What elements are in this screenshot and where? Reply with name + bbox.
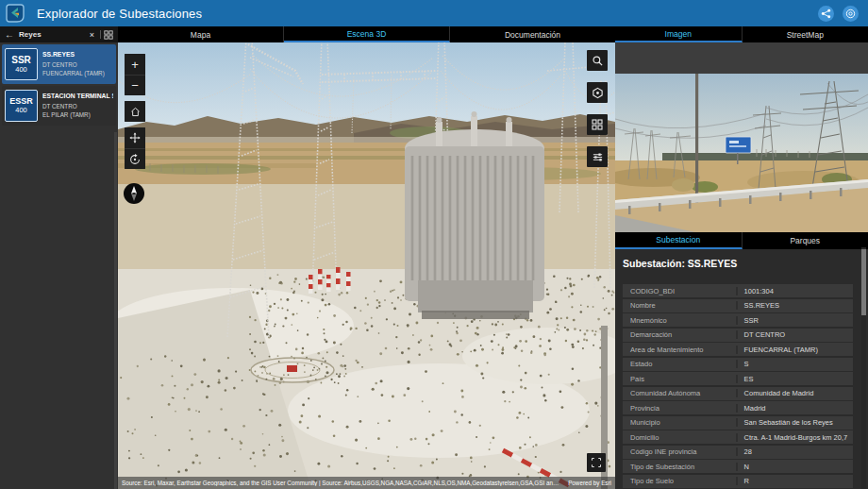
pan-button[interactable]	[125, 127, 145, 148]
badge-voltage: 400	[15, 65, 27, 74]
tab-escena-3d[interactable]: Escena 3D	[284, 26, 450, 42]
layers-icon	[592, 87, 604, 99]
circle-pad	[251, 358, 334, 382]
divider	[100, 30, 101, 39]
sidebar-scrollbar[interactable]	[114, 132, 117, 489]
ide-logo-icon	[5, 3, 25, 24]
item-name: SS.REYES	[42, 50, 113, 59]
scene-3d-canvas[interactable]	[118, 42, 615, 489]
field-label: Tipo de Subestación	[623, 463, 736, 471]
fullscreen-button[interactable]	[587, 453, 606, 472]
scrollbar-thumb[interactable]	[861, 249, 866, 315]
field-label: Provincia	[623, 404, 736, 413]
substation-details: Subestación: SS.REYES CODIGO_BDI1001:304…	[615, 249, 868, 489]
field-row: Comunidad AutónomaComunidad de Madrid	[623, 387, 853, 400]
zoom-in-button[interactable]: +	[125, 54, 145, 75]
details-scrollbar[interactable]	[861, 247, 866, 489]
field-row: NombreSS.REYES	[623, 299, 853, 312]
field-row: EstadoS	[623, 358, 853, 371]
search-button[interactable]	[587, 50, 608, 71]
map-attribution: Source: Esri, Maxar, Earthstar Geographi…	[118, 477, 615, 489]
home-icon	[129, 106, 142, 118]
layers-button[interactable]	[587, 82, 608, 103]
rotate-button[interactable]	[125, 148, 145, 169]
field-value: 1001:304	[736, 287, 853, 295]
detail-tabs: Subestacion Parques	[615, 232, 868, 249]
tab-documentacion[interactable]: Documentación	[450, 26, 615, 42]
result-item-terminal-san[interactable]: ESSR 400 ESTACION TERMINAL SAN DT CENTRO…	[2, 86, 116, 126]
field-row: Tipo de SueloR	[623, 475, 853, 488]
field-value: Madrid	[736, 404, 853, 413]
rotate-icon	[128, 153, 142, 166]
fields-table: CODIGO_BDI1001:304NombreSS.REYESMnemónic…	[623, 284, 853, 489]
item-demarcation: DT CENTRO	[42, 60, 113, 69]
fullscreen-icon	[591, 457, 602, 468]
field-label: CODIGO_BDI	[623, 287, 736, 295]
field-value: San Sebastián de los Reyes	[736, 418, 853, 427]
field-value: Ctra. A-1 Madrid-Burgos km 20,7	[736, 433, 853, 442]
compass-icon	[123, 182, 145, 205]
home-button[interactable]	[125, 101, 145, 122]
clear-search-button[interactable]: ×	[87, 30, 97, 40]
field-row: Area de MantenimientoFUENCARRAL (TAMR)	[623, 343, 853, 356]
zoom-out-button[interactable]: −	[125, 75, 145, 95]
tab-mapa[interactable]: Mapa	[118, 26, 284, 42]
field-row: PaísES	[623, 372, 853, 385]
field-label: Area de Mantenimiento	[623, 346, 736, 354]
item-demarcation: DT CENTRO	[42, 102, 113, 110]
info-panel: Imagen StreetMap	[615, 26, 868, 489]
field-row: ProvinciaMadrid	[623, 401, 853, 414]
field-row: Código INE provincia28	[623, 446, 853, 459]
street-photo	[615, 74, 868, 232]
item-name: ESTACION TERMINAL SAN	[42, 92, 113, 101]
field-label: Nombre	[623, 301, 736, 310]
field-label: Código INE provincia	[623, 447, 736, 456]
share-button[interactable]	[818, 6, 834, 22]
field-value: Comunidad de Madrid	[736, 389, 853, 397]
search-term-label: Reyes	[19, 30, 87, 39]
legend-button[interactable]	[587, 146, 608, 167]
grid-view-button[interactable]	[104, 30, 113, 40]
results-list: SSR 400 SS.REYES DT CENTRO FUENCARRAL (T…	[0, 42, 118, 129]
field-label: Comunidad Autónoma	[623, 389, 736, 397]
item-area: EL PILAR (TAMR)	[42, 110, 113, 119]
field-row: MnemónicoSSR	[623, 313, 853, 327]
pan-icon	[128, 131, 142, 144]
tab-imagen[interactable]: Imagen	[615, 26, 743, 42]
app-window: Explorador de Subestaciones ← Reyes ×	[0, 0, 868, 489]
result-item-ssreyes[interactable]: SSR 400 SS.REYES DT CENTRO FUENCARRAL (T…	[2, 44, 116, 84]
field-value: DT CENTRO	[736, 330, 853, 339]
item-area: FUENCARRAL (TAMR)	[42, 69, 113, 77]
tab-subestacion[interactable]: Subestacion	[615, 232, 743, 249]
field-row: DemarcaciónDT CENTRO	[623, 329, 853, 342]
search-icon	[592, 55, 604, 67]
compass-button[interactable]	[123, 182, 145, 205]
field-row: CODIGO_BDI1001:304	[623, 284, 853, 297]
field-label: Estado	[623, 360, 736, 368]
scene-panel: Mapa Escena 3D Documentación	[118, 26, 615, 489]
sidebar-header: ← Reyes ×	[0, 26, 118, 42]
field-label: País	[623, 375, 736, 383]
field-value: S	[736, 360, 853, 368]
field-value: SS.REYES	[736, 301, 853, 310]
transformer-graphic	[405, 111, 544, 319]
field-label: Municipio	[623, 418, 736, 427]
field-label: Tipo de Suelo	[623, 477, 736, 485]
field-value: 28	[736, 447, 853, 456]
scene-tools-toolbar	[587, 50, 608, 178]
basemap-grid-icon	[592, 119, 603, 130]
badge-code: SSR	[11, 55, 31, 65]
image-viewer[interactable]	[615, 42, 868, 232]
tab-parques[interactable]: Parques	[743, 232, 868, 249]
share-icon	[821, 8, 831, 19]
field-row: DomicilioCtra. A-1 Madrid-Burgos km 20,7	[623, 430, 853, 444]
account-button[interactable]	[843, 6, 859, 22]
back-button[interactable]: ←	[5, 29, 14, 40]
field-value: R	[736, 477, 853, 485]
basemap-gallery-button[interactable]	[587, 114, 608, 135]
field-label: Domicilio	[623, 433, 736, 442]
scene-nav-toolbar: + −	[125, 54, 145, 205]
tab-streetmap[interactable]: StreetMap	[743, 26, 868, 42]
field-value: ES	[736, 375, 853, 383]
view-tabs: Mapa Escena 3D Documentación	[118, 26, 615, 42]
